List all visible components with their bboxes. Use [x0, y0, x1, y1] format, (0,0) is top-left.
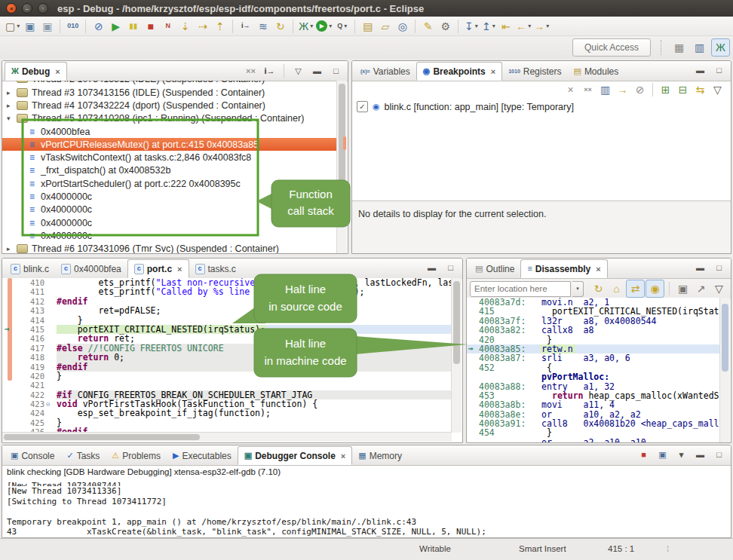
breakpoint-checkbox[interactable]: ✓: [357, 101, 368, 112]
console-tab-problems[interactable]: ⚠Problems: [106, 446, 167, 465]
debug-thread-row[interactable]: ▸Thread #3 1073413156 (IDLE) (Suspended …: [2, 86, 338, 99]
close-window-icon[interactable]: ×: [6, 3, 17, 14]
remove-all-breakpoints-icon[interactable]: ××: [579, 81, 597, 98]
view-menu-icon[interactable]: ▽: [710, 280, 728, 297]
run-icon[interactable]: ▶▾: [314, 18, 333, 35]
open-perspective-icon[interactable]: ▦: [670, 39, 688, 56]
new-cpp-project-icon[interactable]: ▤: [359, 18, 376, 35]
view-menu-icon[interactable]: ▽: [290, 65, 307, 78]
minimize-icon[interactable]: ▬: [692, 262, 709, 274]
minimize-icon[interactable]: ▬: [308, 65, 326, 78]
go-to-file-for-breakpoint-icon[interactable]: →: [614, 81, 631, 98]
debug-tab-debug[interactable]: ЖDebug×: [5, 62, 67, 81]
next-annotation-icon[interactable]: ↧▾: [462, 18, 480, 35]
console-tab-debugger-console[interactable]: ▣Debugger Console×: [238, 446, 353, 465]
location-input[interactable]: Enter location here: [470, 281, 571, 297]
display-selected-console-icon[interactable]: ▣: [654, 448, 671, 461]
tree-expand-icon[interactable]: ▾: [7, 115, 17, 122]
disassembly-listing[interactable]: 40083a7d: movi.n a2, 1415 portEXIT_CRITI…: [467, 298, 721, 442]
stack-frame-row[interactable]: ≡0x4000000c: [2, 216, 338, 229]
dropdown-caret-icon[interactable]: ▾: [17, 23, 20, 29]
dropdown-caret-icon[interactable]: ▾: [546, 23, 549, 29]
breakpoint-list-item[interactable]: ✓ ◉ blink.c [function: app_main] [type: …: [352, 98, 731, 115]
tree-expand-icon[interactable]: ▸: [7, 245, 17, 252]
skip-all-breakpoints-icon[interactable]: ⊘: [90, 18, 107, 35]
console-tab-tasks[interactable]: ✓Tasks: [60, 446, 106, 465]
home-icon[interactable]: ⌂: [608, 280, 625, 297]
minimize-icon[interactable]: ▬: [692, 64, 709, 77]
console-tab-memory[interactable]: ▦Memory: [352, 446, 408, 465]
tree-expand-icon[interactable]: ▸: [7, 81, 17, 81]
close-tab-icon[interactable]: ×: [341, 451, 345, 461]
minimize-icon[interactable]: ▬: [423, 262, 440, 274]
debug-thread-row[interactable]: ▸Thread #6 1073431096 (Tmr Svc) (Suspend…: [2, 243, 338, 253]
stack-frame-row[interactable]: ≡vPortCPUReleaseMutex() at port.c:415 0x…: [2, 138, 338, 151]
collapse-all-icon[interactable]: ⊟: [674, 81, 692, 98]
debug-thread-row[interactable]: ▸Thread #2 1073413312 (IDLE) (Suspended …: [2, 81, 338, 86]
stack-frame-row[interactable]: ≡xPortStartScheduler() at port.c:222 0x4…: [2, 177, 338, 190]
console-display-caret-icon[interactable]: ▾: [673, 448, 690, 461]
expand-all-icon[interactable]: ⊞: [657, 81, 674, 98]
restart-icon[interactable]: ↻: [271, 18, 289, 35]
tree-expand-icon[interactable]: ▸: [7, 89, 17, 96]
close-tab-icon[interactable]: ×: [596, 265, 600, 274]
remove-all-terminated-icon[interactable]: ××: [242, 65, 259, 78]
save-all-icon[interactable]: ▣: [38, 18, 56, 35]
sync-with-active-context-icon[interactable]: ⇄: [626, 280, 645, 298]
dropdown-caret-icon[interactable]: ▾: [528, 23, 531, 29]
stack-frame-row[interactable]: ≡vTaskSwitchContext() at tasks.c:2,846 0…: [2, 151, 338, 164]
step-return-icon[interactable]: ⇡: [211, 18, 228, 35]
maximize-icon[interactable]: □: [710, 448, 728, 461]
pin-view-icon[interactable]: ↗: [692, 280, 710, 297]
instruction-stepping-mode-icon[interactable]: i→: [261, 65, 278, 78]
cpp-perspective-icon[interactable]: ▥: [691, 39, 708, 56]
disasm-tab-outline[interactable]: ▤Outline: [469, 259, 520, 278]
debug-thread-row[interactable]: ▾Thread #5 1073410208 (ipc1 : Running) (…: [2, 112, 338, 125]
disassembly-row[interactable]: 454 }: [467, 428, 721, 437]
dropdown-caret-icon[interactable]: ▾: [329, 23, 332, 29]
show-breakpoints-for-selected-icon[interactable]: ▥: [597, 81, 614, 98]
console-output[interactable]: [New Thread 1073408744][New Thread 10734…: [2, 481, 731, 537]
editor-tab-tasks-c[interactable]: ctasks.c: [189, 259, 242, 278]
maximize-icon[interactable]: □: [327, 65, 345, 78]
dropdown-caret-icon[interactable]: ▾: [344, 23, 347, 29]
editor-tab-0x4000bfea[interactable]: c0x4000bfea: [55, 259, 127, 278]
debug-perspective-icon[interactable]: Ж: [711, 38, 730, 57]
back-icon[interactable]: ←▾: [514, 18, 532, 35]
stack-frame-row[interactable]: ≡_frxt_dispatch() at 0x4008532b: [2, 164, 338, 177]
track-expression-icon[interactable]: ◉: [646, 280, 664, 298]
minimize-window-icon[interactable]: –: [22, 3, 32, 14]
step-over-icon[interactable]: ⇢: [194, 18, 211, 35]
dropdown-caret-icon[interactable]: ▾: [492, 23, 495, 29]
external-tools-icon[interactable]: ⚙: [437, 18, 454, 35]
stack-frame-row[interactable]: ≡0x4000bfea: [2, 125, 338, 138]
close-tab-icon[interactable]: ×: [55, 67, 60, 76]
open-task-icon[interactable]: ✎: [419, 18, 437, 35]
stack-frame-row[interactable]: ≡0x4000000c: [2, 229, 338, 242]
bp-tab-variables[interactable]: (x)=Variables: [354, 62, 416, 81]
close-tab-icon[interactable]: ×: [177, 265, 182, 274]
debug-thread-row[interactable]: ▸Thread #4 1073432224 (dport) (Suspended…: [2, 99, 338, 112]
close-tab-icon[interactable]: ×: [491, 67, 495, 76]
disconnect-icon[interactable]: N: [159, 18, 176, 35]
source-line[interactable]: 420}: [2, 372, 452, 381]
open-element-icon[interactable]: ▱: [376, 18, 394, 35]
last-edit-location-icon[interactable]: ⇤: [497, 18, 514, 35]
editor-tab-port-c[interactable]: cport.c×: [127, 259, 189, 278]
source-code-area[interactable]: 410 ets_printf("Last non-recursive lock …: [2, 278, 452, 433]
profile-icon[interactable]: Q▾: [333, 18, 351, 35]
bp-tab-breakpoints[interactable]: ◉Breakpoints×: [416, 62, 502, 81]
source-line[interactable]: 424 esp_set_breakpoint_if_jtag(function)…: [2, 409, 452, 418]
disassembly-row[interactable]: or a2, a10, a10: [467, 438, 721, 442]
editor-tab-blink-c[interactable]: cblink.c: [5, 259, 55, 278]
stack-frame-row[interactable]: ≡0x4000000c: [2, 190, 338, 203]
forward-icon[interactable]: →▾: [532, 18, 551, 35]
open-new-view-icon[interactable]: ▣: [674, 280, 692, 297]
remove-breakpoint-icon[interactable]: ×: [562, 81, 579, 98]
resume-icon[interactable]: ▶: [107, 18, 124, 35]
stack-frame-row[interactable]: ≡0x4000000c: [2, 203, 338, 216]
dropdown-caret-icon[interactable]: ▾: [310, 23, 313, 29]
maximize-icon[interactable]: □: [442, 262, 459, 274]
minimize-icon[interactable]: ▬: [692, 448, 709, 461]
disassembly-scrollbar[interactable]: [719, 298, 730, 442]
